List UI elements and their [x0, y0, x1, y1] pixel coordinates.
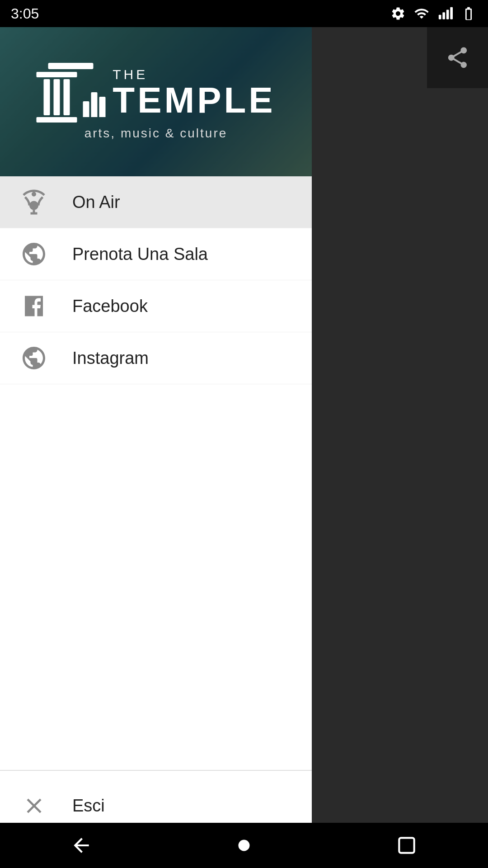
menu-spacer [0, 384, 312, 761]
wifi-icon [413, 6, 430, 21]
signal-icon [437, 6, 453, 21]
recent-icon [395, 834, 418, 857]
menu-label-esci: Esci [72, 796, 105, 816]
menu-item-on-air[interactable]: On Air [0, 176, 312, 228]
drawer-panel: THE TEMPLE arts, music & culture On Air [0, 27, 312, 868]
share-button[interactable] [427, 27, 488, 88]
menu-item-prenota[interactable]: Prenota Una Sala [0, 228, 312, 280]
status-icons [390, 6, 477, 21]
app-logo: THE TEMPLE arts, music & culture [16, 63, 296, 141]
back-icon [70, 834, 93, 857]
svg-rect-5 [399, 838, 414, 853]
recent-button[interactable] [389, 827, 425, 863]
svg-rect-3 [450, 7, 453, 19]
svg-rect-2 [446, 10, 449, 19]
menu-list: On Air Prenota Una Sala Facebook [0, 176, 312, 868]
facebook-icon [18, 290, 50, 322]
svg-rect-0 [439, 15, 441, 19]
back-button[interactable] [63, 827, 99, 863]
svg-rect-1 [442, 12, 445, 19]
gear-icon [390, 6, 406, 21]
battery-icon [460, 6, 477, 21]
menu-item-instagram[interactable]: Instagram [0, 332, 312, 384]
close-x-icon [18, 790, 50, 821]
menu-item-facebook[interactable]: Facebook [0, 280, 312, 332]
svg-point-4 [239, 840, 250, 851]
share-icon [445, 45, 470, 70]
status-time: 3:05 [11, 5, 39, 22]
menu-label-on-air: On Air [72, 193, 120, 212]
home-button[interactable] [226, 827, 262, 863]
antenna-icon [18, 186, 50, 218]
menu-label-facebook: Facebook [72, 297, 148, 316]
drawer-header: THE TEMPLE arts, music & culture [0, 27, 312, 176]
app-tagline: arts, music & culture [16, 126, 296, 141]
globe-icon-2 [18, 342, 50, 374]
menu-label-instagram: Instagram [72, 349, 149, 368]
globe-icon [18, 238, 50, 270]
menu-divider [0, 770, 312, 771]
status-bar: 3:05 [0, 0, 488, 27]
home-icon [233, 834, 255, 857]
menu-label-prenota: Prenota Una Sala [72, 245, 208, 264]
bottom-navigation [0, 823, 488, 868]
